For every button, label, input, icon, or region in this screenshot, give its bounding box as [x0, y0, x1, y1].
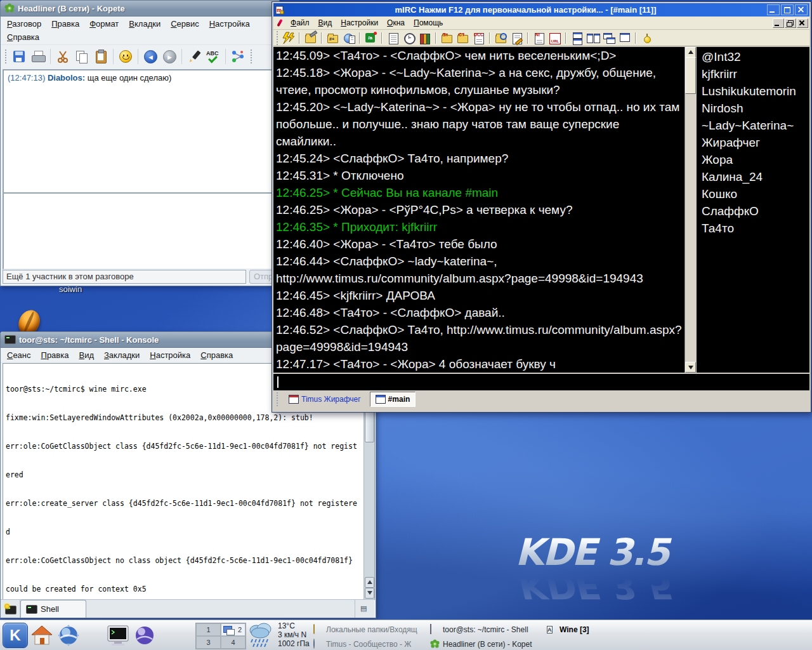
script-editor-button[interactable] — [386, 32, 400, 44]
nick-item[interactable]: Жора — [702, 151, 804, 168]
mdi-restore-button[interactable] — [785, 18, 796, 28]
dcc-button[interactable]: DCC — [471, 32, 486, 44]
channels-folder-button[interactable]: #+ — [325, 32, 340, 44]
tile-horizontal-button[interactable] — [570, 32, 584, 44]
pager-desktop-3[interactable]: 3 — [196, 636, 221, 649]
nick-item[interactable]: СлаффкО — [702, 202, 804, 220]
task-konqueror-timus[interactable]: Timus - Сообщество - Ж — [313, 637, 426, 650]
copy-button[interactable] — [74, 48, 90, 65]
nick-item[interactable]: Та4то — [702, 220, 804, 237]
browser-launcher[interactable] — [132, 623, 157, 648]
timer-button[interactable] — [402, 32, 416, 44]
task-konsole[interactable]: toor@sts: ~/tcmirc - Shell — [430, 623, 543, 636]
toolbar-handle[interactable] — [4, 49, 7, 64]
new-session-button[interactable] — [1, 600, 20, 618]
notepad-button[interactable] — [509, 32, 524, 44]
nick-item[interactable]: Калина_24 — [702, 168, 804, 185]
switchbar-handle[interactable] — [276, 392, 278, 407]
menu-nastroyka[interactable]: Настройка — [204, 17, 255, 30]
pager-desktop-4[interactable]: 4 — [221, 636, 246, 649]
menu-format[interactable]: Формат — [84, 17, 124, 30]
toolbar-handle[interactable] — [250, 49, 252, 64]
konsole-launcher[interactable] — [105, 623, 131, 648]
close-button[interactable] — [795, 4, 808, 15]
scrollbar-thumb[interactable] — [685, 57, 696, 94]
nick-item[interactable]: Lushikukutemorin — [702, 83, 804, 100]
scroll-down-button[interactable] — [365, 588, 374, 599]
tab-shell[interactable]: Shell — [20, 600, 86, 618]
notify-list-button[interactable]: N! — [532, 32, 546, 44]
konqueror-launcher[interactable] — [56, 623, 81, 648]
menu-vkladki[interactable]: Вкладки — [124, 17, 166, 30]
menu-spravka[interactable]: Справка — [2, 30, 44, 44]
format-button[interactable] — [186, 48, 202, 65]
nick-list[interactable]: @Int32 kjfkriirr Lushikukutemorin Nirdos… — [697, 47, 809, 373]
nick-item[interactable]: Nirdosh — [702, 100, 804, 117]
toolbar-handle[interactable] — [276, 30, 278, 46]
kopete-titlebar[interactable]: Headliner (В сети) - Kopete — [1, 1, 280, 17]
kopete-chat-history[interactable]: (12:47:13) Diabolos: ща еще один сделаю) — [3, 69, 282, 197]
task-wine-group[interactable]: A Wine [3] — [547, 623, 655, 636]
connect-button[interactable] — [281, 32, 296, 44]
save-button[interactable] — [11, 48, 27, 65]
emoticon-button[interactable] — [117, 48, 134, 65]
nick-item[interactable]: Кошко — [702, 185, 804, 202]
menu-pravka[interactable]: Правка — [46, 17, 84, 30]
print-button[interactable] — [30, 48, 46, 65]
message-input[interactable] — [273, 374, 809, 390]
kopete-message-input[interactable] — [3, 192, 274, 270]
contacts-button[interactable] — [230, 48, 246, 65]
menu-file[interactable]: Файл — [286, 17, 314, 29]
menu-servis[interactable]: Сервис — [166, 17, 204, 30]
commands-folder-button[interactable]: C? — [455, 32, 470, 44]
aliases-button[interactable]: /a — [363, 32, 378, 44]
session-list-button[interactable]: ▤ — [355, 600, 374, 618]
channel-message-buffer[interactable]: 12:45.09> <Та4то> - <СлаффкО> чем нить в… — [273, 47, 684, 373]
menu-help[interactable]: Помощь — [409, 17, 447, 29]
task-kopete[interactable]: Headliner (В сети) - Kopet — [430, 637, 543, 650]
help-button[interactable] — [639, 32, 654, 44]
menu-windows[interactable]: Окна — [383, 17, 409, 29]
tile-vertical-button[interactable] — [586, 32, 600, 44]
paste-button[interactable] — [93, 48, 109, 65]
cut-button[interactable] — [55, 48, 71, 65]
menu-nastroyka[interactable]: Настройка — [145, 348, 195, 362]
nick-item[interactable]: @Int32 — [702, 48, 804, 65]
channel-list-button[interactable] — [341, 32, 356, 44]
chat-scrollbar[interactable] — [684, 47, 695, 373]
weather-applet[interactable]: 13°C 3 км/ч N 1002 гПа — [246, 621, 310, 648]
scroll-up-button[interactable] — [365, 577, 374, 588]
kmenu-button[interactable]: K — [3, 623, 28, 648]
address-book-button[interactable] — [494, 32, 508, 44]
nick-item[interactable]: Жирафчег — [702, 134, 804, 151]
window-button-main-channel[interactable]: #main — [370, 392, 416, 407]
menu-settings[interactable]: Настройки — [336, 17, 383, 29]
scripts-folder-button[interactable]: Sr — [440, 32, 454, 44]
mdi-child-icon[interactable] — [277, 18, 284, 27]
scroll-up-button[interactable] — [685, 47, 696, 58]
menu-view[interactable]: Вид — [314, 17, 337, 29]
scroll-down-button[interactable] — [685, 362, 696, 373]
nick-item[interactable]: ~Lady~Katerina~ — [702, 117, 804, 134]
history-forward-button[interactable]: ► — [161, 48, 178, 65]
menu-razgovor[interactable]: Разговор — [2, 17, 46, 30]
home-launcher[interactable] — [29, 623, 55, 648]
task-kmail[interactable]: Локальные папки/Входящ — [313, 623, 426, 636]
pager-desktop-1[interactable]: 1 — [196, 623, 221, 636]
menu-vid[interactable]: Вид — [74, 348, 99, 362]
menu-spravka[interactable]: Справка — [195, 348, 238, 362]
spellcheck-button[interactable]: ABC — [205, 48, 221, 65]
cascade-button[interactable] — [601, 32, 616, 44]
menu-seans[interactable]: Сеанс — [2, 348, 36, 362]
mdi-minimize-button[interactable] — [773, 18, 784, 28]
mirc-titlebar[interactable]: m mIRC Нажми F12 для первоначальной наст… — [273, 3, 809, 17]
menu-zakladki[interactable]: Закладки — [99, 348, 145, 362]
url-list-button[interactable]: URL — [547, 32, 562, 44]
pager-desktop-2[interactable]: 2 — [221, 623, 246, 636]
arrange-icons-button[interactable]: · · · — [617, 32, 632, 44]
help-books-button[interactable] — [417, 32, 432, 44]
options-button[interactable] — [303, 32, 318, 44]
minimize-button[interactable] — [767, 4, 780, 15]
maximize-button[interactable] — [781, 4, 794, 15]
menu-pravka[interactable]: Правка — [36, 348, 74, 362]
